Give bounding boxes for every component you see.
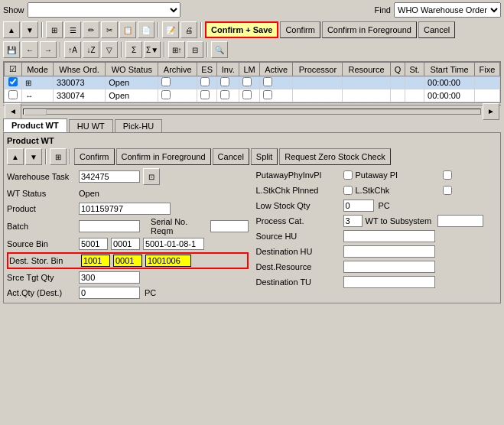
panel-cancel-btn[interactable]: Cancel: [213, 148, 249, 165]
panel-zero-stock-btn[interactable]: Request Zero Stock Check: [279, 148, 390, 165]
find-label: Find: [375, 5, 391, 15]
tab-hu-wt[interactable]: HU WT: [69, 119, 113, 132]
panel-up-btn[interactable]: ▲: [7, 148, 24, 165]
tab-product-wt[interactable]: Product WT: [3, 118, 67, 132]
source-bin-3[interactable]: [143, 238, 204, 250]
back-btn[interactable]: ←: [21, 41, 38, 58]
col-processor: Processor: [293, 63, 343, 76]
warehouse-task-search-btn[interactable]: ⊡: [143, 168, 160, 185]
warehouse-task-input[interactable]: [79, 170, 140, 183]
batch-input[interactable]: [79, 220, 140, 232]
paste-btn[interactable]: 📄: [138, 21, 154, 38]
show-select[interactable]: [28, 2, 180, 18]
tab-pick-hu[interactable]: Pick-HU: [115, 119, 162, 132]
col-es: ES: [197, 63, 217, 76]
panel-split-btn[interactable]: Split: [251, 148, 278, 165]
low-stock-qty-input[interactable]: [343, 200, 374, 212]
l-stk-chk-plnned-checkbox[interactable]: [343, 186, 353, 195]
row-checkbox[interactable]: [8, 90, 18, 99]
col-archive: Archive: [158, 63, 197, 76]
fixe-cell: [474, 76, 499, 89]
resource-cell: [343, 76, 390, 89]
dest-resource-input[interactable]: [343, 261, 435, 273]
product-input[interactable]: [79, 203, 171, 215]
confirm-save-button[interactable]: Confirm + Save: [205, 21, 278, 38]
confirm-foreground-button[interactable]: Confirm in Foreground: [322, 21, 417, 38]
table-row[interactable]: ⊞ 330073 Open 00:00:00: [5, 76, 500, 89]
l-stk-chk-checkbox[interactable]: [443, 186, 452, 195]
scroll-right-btn[interactable]: ►: [483, 103, 499, 120]
sort-desc-btn[interactable]: ↓Z: [83, 41, 99, 58]
export-btn[interactable]: ⊞↑: [168, 41, 185, 58]
confirm-button[interactable]: Confirm: [280, 21, 320, 38]
col-start-time: Start Time: [424, 63, 475, 76]
wt-subsystem-input[interactable]: [437, 215, 483, 227]
scroll-left-btn[interactable]: ◄: [5, 103, 21, 120]
srce-tgt-qty-input[interactable]: [79, 271, 140, 284]
start-time-cell: 00:00:00: [424, 76, 475, 89]
archive-checkbox[interactable]: [161, 77, 171, 86]
sort-asc-btn[interactable]: ↑A: [64, 41, 81, 58]
scissors-btn[interactable]: ✂: [101, 21, 118, 38]
lm-checkbox[interactable]: [242, 90, 252, 99]
wo-status-cell: Open: [106, 76, 158, 89]
lm-checkbox[interactable]: [242, 77, 252, 86]
horizontal-scrollbar[interactable]: ◄ ►: [3, 105, 501, 117]
active-checkbox[interactable]: [263, 90, 272, 99]
putaway-pi-checkbox[interactable]: [443, 170, 452, 180]
col-active: Active: [260, 63, 293, 76]
grid-btn[interactable]: ⊞: [46, 21, 63, 38]
dest-bin-1-input[interactable]: [81, 255, 110, 267]
dest-bin-2-input[interactable]: [113, 255, 142, 267]
filter-btn[interactable]: ▽: [101, 41, 118, 58]
doc-btn[interactable]: 📝: [162, 21, 179, 38]
find-select[interactable]: WHO Warehouse Order: [394, 2, 501, 18]
zoom-btn[interactable]: 🔍: [211, 41, 228, 58]
act-qty-input[interactable]: [79, 287, 140, 299]
details-btn[interactable]: ☰: [64, 21, 81, 38]
totals-btn[interactable]: Σ▼: [144, 41, 161, 58]
act-qty-row: Act.Qty (Dest.) PC: [7, 286, 249, 300]
panel-grid-btn[interactable]: ⊞: [50, 148, 67, 165]
save-btn[interactable]: 💾: [3, 41, 20, 58]
archive-checkbox[interactable]: [161, 90, 171, 99]
low-stock-qty-row: Low Stock Qty PC: [256, 199, 498, 212]
wt-status-value: Open: [79, 189, 99, 198]
l-stk-chk-label: L.StkChk: [356, 186, 440, 195]
dest-hu-row: Destination HU: [256, 245, 498, 258]
down-arrow-btn[interactable]: ▼: [21, 21, 38, 38]
cancel-button[interactable]: Cancel: [418, 21, 455, 38]
source-bin-1[interactable]: [79, 238, 108, 250]
panel-down-btn[interactable]: ▼: [25, 148, 42, 165]
dest-tu-input[interactable]: [343, 276, 435, 288]
main-table: ☑ Mode Whse Ord. WO Status Archive ES In…: [4, 62, 500, 102]
es-checkbox[interactable]: [200, 77, 210, 86]
copy-btn[interactable]: 📋: [119, 21, 136, 38]
forward-btn[interactable]: →: [40, 41, 57, 58]
pencil-btn[interactable]: ✏: [83, 21, 99, 38]
panel-title: Product WT: [7, 136, 497, 145]
panel-confirm-btn[interactable]: Confirm: [74, 148, 115, 165]
serial-no-input[interactable]: [210, 220, 249, 232]
up-arrow-btn[interactable]: ▲: [3, 21, 20, 38]
source-hu-input[interactable]: [343, 230, 435, 242]
dest-bin-3-input[interactable]: [145, 255, 191, 267]
dest-stor-bin-row: Dest. Stor. Bin: [7, 252, 249, 269]
inv-checkbox[interactable]: [220, 90, 229, 99]
sep5: [121, 42, 122, 57]
es-checkbox[interactable]: [200, 90, 210, 99]
grid2-btn[interactable]: ⊟: [187, 41, 203, 58]
print-btn[interactable]: 🖨: [180, 21, 197, 38]
sum-btn[interactable]: Σ: [125, 41, 142, 58]
table-row[interactable]: ↔ 330074 Open 00:00:00: [5, 89, 500, 102]
row-checkbox[interactable]: [8, 77, 18, 86]
inv-checkbox[interactable]: [220, 77, 229, 86]
dest-tu-label: Destination TU: [256, 277, 340, 287]
putaway-phy-checkbox[interactable]: [343, 170, 353, 180]
panel-confirm-fg-btn[interactable]: Confirm in Foreground: [116, 148, 211, 165]
source-bin-2[interactable]: [111, 238, 140, 250]
dest-hu-input[interactable]: [343, 245, 435, 258]
process-cat-input[interactable]: [343, 215, 363, 227]
active-checkbox[interactable]: [263, 77, 272, 86]
toolbar-row-1: ▲ ▼ ⊞ ☰ ✏ ✂ 📋 📄 📝 🖨 Confirm + Save Confi…: [0, 20, 504, 40]
